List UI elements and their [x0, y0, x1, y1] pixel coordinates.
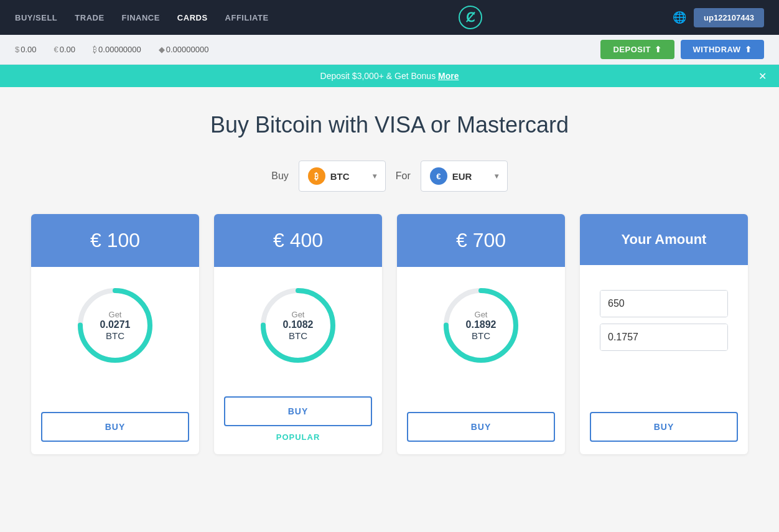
- nav-trade[interactable]: TRADE: [75, 13, 104, 22]
- card-100-get-label: Get: [100, 310, 131, 319]
- balance-btc: ₿0.00000000: [93, 45, 141, 54]
- navbar: BUY/SELL TRADE FINANCE CARDS AFFILIATE Ȼ…: [0, 0, 779, 35]
- card-700-header: € 700: [397, 214, 565, 267]
- card-400-amount: 0.1082: [283, 319, 314, 330]
- deposit-icon: ⬆: [655, 45, 662, 54]
- card-100-footer: BUY: [31, 404, 199, 454]
- buy-currency-label: BTC: [330, 171, 350, 182]
- balance-eth: ◆0.00000000: [159, 45, 209, 54]
- nav-affiliate[interactable]: AFFILIATE: [225, 13, 269, 22]
- for-currency-label: EUR: [452, 171, 472, 182]
- user-button[interactable]: up122107443: [694, 8, 764, 27]
- card-100: € 100 Get 0.0271 BTC BUY: [31, 214, 199, 454]
- withdraw-icon: ⬆: [745, 45, 752, 54]
- btc-input[interactable]: [600, 324, 728, 350]
- card-400-popular-label: POPULAR: [276, 432, 320, 442]
- card-700-circle: Get 0.1892 BTC: [437, 282, 525, 369]
- card-400-header: € 400: [214, 214, 382, 267]
- nav-buy-sell[interactable]: BUY/SELL: [15, 13, 57, 22]
- card-custom-footer: BUY: [580, 404, 748, 454]
- card-100-header: € 100: [31, 214, 199, 267]
- balance-eur: €0.00: [54, 45, 76, 54]
- card-custom: Your Amount EUR BTC BUY: [580, 214, 748, 454]
- card-100-currency: BTC: [100, 330, 131, 341]
- buy-chevron-icon: ▾: [373, 172, 376, 180]
- navbar-right: 🌐 up122107443: [673, 8, 764, 27]
- btc-icon: ₿: [308, 167, 325, 185]
- eur-input-group: EUR: [600, 290, 728, 317]
- card-100-circle: Get 0.0271 BTC: [72, 282, 159, 369]
- cards-grid: € 100 Get 0.0271 BTC BUY: [31, 214, 748, 454]
- logo: Ȼ: [269, 6, 673, 29]
- globe-button[interactable]: 🌐: [673, 11, 686, 24]
- deposit-button[interactable]: DEPOSIT ⬆: [600, 40, 674, 59]
- for-currency-select[interactable]: € EUR ▾: [421, 161, 508, 192]
- main-content: Buy Bitcoin with VISA or Mastercard Buy …: [16, 87, 763, 479]
- btc-input-group: BTC: [600, 324, 728, 351]
- card-custom-body: EUR BTC: [580, 265, 748, 404]
- card-700-amount: 0.1892: [466, 319, 497, 330]
- eur-icon: €: [430, 167, 447, 185]
- buy-selectors: Buy ₿ BTC ▾ For € EUR ▾: [31, 161, 748, 192]
- card-700: € 700 Get 0.1892 BTC BUY: [397, 214, 565, 454]
- for-label: For: [396, 170, 411, 182]
- balance-usd: $0.00: [15, 45, 37, 54]
- custom-inputs: EUR BTC: [590, 280, 738, 361]
- for-chevron-icon: ▾: [495, 172, 498, 180]
- page-title: Buy Bitcoin with VISA or Mastercard: [31, 112, 748, 138]
- card-400-currency: BTC: [283, 330, 314, 341]
- balance-actions: DEPOSIT ⬆ WITHDRAW ⬆: [600, 40, 764, 59]
- card-100-amount: 0.0271: [100, 319, 131, 330]
- nav-cards[interactable]: CARDS: [177, 13, 208, 22]
- nav-finance[interactable]: FINANCE: [122, 13, 160, 22]
- card-700-get-label: Get: [466, 310, 497, 319]
- nav-links: BUY/SELL TRADE FINANCE CARDS AFFILIATE: [15, 13, 269, 22]
- logo-icon: Ȼ: [459, 6, 482, 29]
- card-400-body: Get 0.1082 BTC: [214, 267, 382, 389]
- card-100-buy-button[interactable]: BUY: [41, 412, 189, 442]
- withdraw-button[interactable]: WITHDRAW ⬆: [681, 40, 764, 59]
- card-400-circle: Get 0.1082 BTC: [254, 282, 342, 369]
- card-custom-buy-button[interactable]: BUY: [590, 412, 738, 442]
- promo-close-button[interactable]: ✕: [758, 70, 767, 82]
- card-400-get-label: Get: [283, 310, 314, 319]
- card-700-body: Get 0.1892 BTC: [397, 267, 565, 404]
- card-100-body: Get 0.0271 BTC: [31, 267, 199, 404]
- balance-bar: $0.00 €0.00 ₿0.00000000 ◆0.00000000 DEPO…: [0, 35, 779, 65]
- card-400-footer: BUY POPULAR: [214, 389, 382, 454]
- eur-input[interactable]: [600, 291, 728, 317]
- card-700-buy-button[interactable]: BUY: [407, 412, 555, 442]
- promo-banner: Deposit $3,000+ & Get Bonus More ✕: [0, 65, 779, 87]
- card-custom-header: Your Amount: [580, 214, 748, 265]
- promo-text: Deposit $3,000+ & Get Bonus: [320, 71, 436, 81]
- card-400-buy-button[interactable]: BUY: [224, 396, 372, 426]
- card-700-currency: BTC: [466, 330, 497, 341]
- card-700-footer: BUY: [397, 404, 565, 454]
- balance-items: $0.00 €0.00 ₿0.00000000 ◆0.00000000: [15, 45, 600, 54]
- buy-label: Buy: [271, 170, 289, 182]
- card-400: € 400 Get 0.1082 BTC BUY POPULAR: [214, 214, 382, 454]
- promo-link[interactable]: More: [438, 71, 459, 81]
- buy-currency-select[interactable]: ₿ BTC ▾: [299, 161, 386, 192]
